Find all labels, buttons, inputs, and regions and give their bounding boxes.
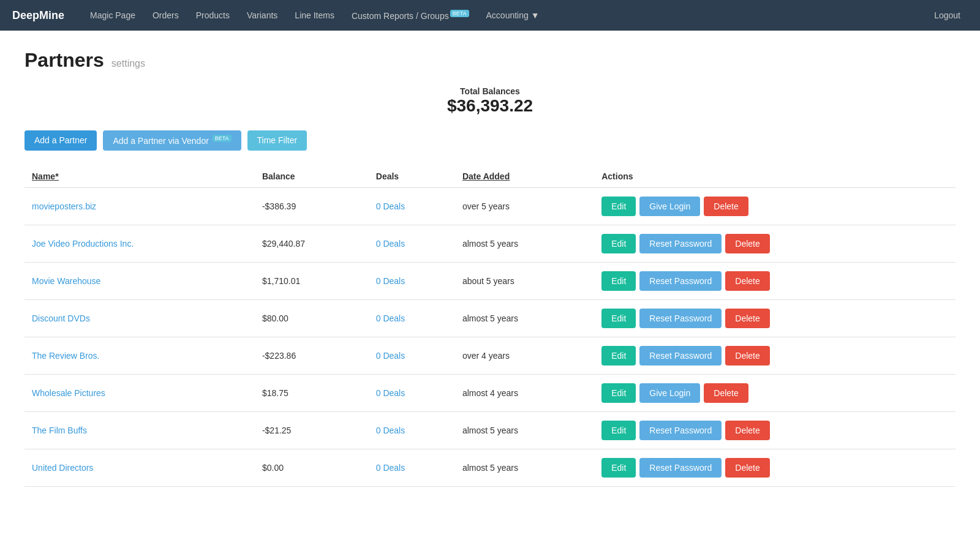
- partner-date-added: almost 5 years: [455, 411, 594, 449]
- partner-name-link[interactable]: Discount DVDs: [32, 313, 90, 323]
- delete-button[interactable]: Delete: [725, 346, 769, 365]
- partner-actions: EditGive LoginDelete: [594, 374, 956, 411]
- partner-balance: $1,710.01: [255, 262, 369, 299]
- reset-password-button[interactable]: Reset Password: [639, 234, 722, 253]
- col-header-name: Name*: [24, 165, 255, 188]
- partner-balance: $18.75: [255, 374, 369, 411]
- partner-actions: EditReset PasswordDelete: [594, 299, 956, 337]
- partner-balance: $0.00: [255, 449, 369, 486]
- edit-button[interactable]: Edit: [601, 234, 636, 253]
- table-row: Discount DVDs$80.000 Dealsalmost 5 years…: [24, 299, 956, 337]
- partner-name-link[interactable]: Movie Warehouse: [32, 276, 100, 286]
- reset-password-button[interactable]: Reset Password: [639, 458, 722, 478]
- partner-date-added: almost 5 years: [455, 225, 594, 262]
- page-header: Partners settings: [24, 49, 956, 72]
- reset-password-button[interactable]: Reset Password: [639, 309, 722, 328]
- add-partner-vendor-button[interactable]: Add a Partner via Vendor BETA: [103, 130, 241, 151]
- table-row: Movie Warehouse$1,710.010 Dealsabout 5 y…: [24, 262, 956, 299]
- partner-date-added: over 5 years: [455, 187, 594, 225]
- delete-button[interactable]: Delete: [725, 309, 769, 328]
- partner-deals-link[interactable]: 0 Deals: [376, 388, 405, 398]
- table-row: United Directors$0.000 Dealsalmost 5 yea…: [24, 449, 956, 486]
- partner-balance: -$223.86: [255, 337, 369, 374]
- table-row: Joe Video Productions Inc.$29,440.870 De…: [24, 225, 956, 262]
- table-body: movieposters.biz-$386.390 Dealsover 5 ye…: [24, 187, 956, 486]
- edit-button[interactable]: Edit: [601, 346, 636, 365]
- nav-accounting[interactable]: Accounting ▼: [479, 7, 547, 24]
- table-row: movieposters.biz-$386.390 Dealsover 5 ye…: [24, 187, 956, 225]
- edit-button[interactable]: Edit: [601, 271, 636, 291]
- time-filter-button[interactable]: Time Filter: [247, 130, 307, 151]
- partner-actions: EditReset PasswordDelete: [594, 262, 956, 299]
- chevron-down-icon: ▼: [531, 10, 540, 20]
- partner-deals-link[interactable]: 0 Deals: [376, 201, 405, 211]
- give-login-button[interactable]: Give Login: [639, 197, 700, 216]
- main-content: Partners settings Total Balances $36,393…: [0, 31, 980, 505]
- reset-password-button[interactable]: Reset Password: [639, 271, 722, 291]
- delete-button[interactable]: Delete: [725, 421, 769, 440]
- partner-actions: EditReset PasswordDelete: [594, 337, 956, 374]
- partner-balance: $29,440.87: [255, 225, 369, 262]
- partners-table: Name* Balance Deals Date Added Actions m…: [24, 165, 956, 487]
- table-row: The Review Bros.-$223.860 Dealsover 4 ye…: [24, 337, 956, 374]
- logout-button[interactable]: Logout: [927, 7, 968, 24]
- partner-deals-link[interactable]: 0 Deals: [376, 425, 405, 435]
- nav-orders[interactable]: Orders: [145, 7, 186, 24]
- delete-button[interactable]: Delete: [725, 234, 769, 253]
- partner-date-added: over 4 years: [455, 337, 594, 374]
- page-title: Partners: [24, 49, 104, 72]
- partner-name-link[interactable]: The Review Bros.: [32, 351, 99, 361]
- delete-button[interactable]: Delete: [704, 383, 748, 403]
- reset-password-button[interactable]: Reset Password: [639, 346, 722, 365]
- nav-custom-reports[interactable]: Custom Reports / GroupsBETA: [344, 7, 477, 24]
- total-balances-amount: $36,393.22: [24, 96, 956, 116]
- partner-name-link[interactable]: movieposters.biz: [32, 201, 96, 211]
- partner-balance: -$386.39: [255, 187, 369, 225]
- partner-deals-link[interactable]: 0 Deals: [376, 351, 405, 361]
- beta-badge: BETA: [450, 10, 469, 17]
- nav-variants[interactable]: Variants: [239, 7, 285, 24]
- col-header-deals: Deals: [369, 165, 455, 188]
- partner-deals-link[interactable]: 0 Deals: [376, 313, 405, 323]
- partner-actions: EditReset PasswordDelete: [594, 449, 956, 486]
- give-login-button[interactable]: Give Login: [639, 383, 700, 403]
- edit-button[interactable]: Edit: [601, 309, 636, 328]
- partner-actions: EditGive LoginDelete: [594, 187, 956, 225]
- partner-balance: -$21.25: [255, 411, 369, 449]
- partner-name-link[interactable]: The Film Buffs: [32, 425, 87, 435]
- partner-actions: EditReset PasswordDelete: [594, 225, 956, 262]
- delete-button[interactable]: Delete: [725, 271, 769, 291]
- col-header-date-added: Date Added: [455, 165, 594, 188]
- edit-button[interactable]: Edit: [601, 421, 636, 440]
- partner-date-added: almost 5 years: [455, 299, 594, 337]
- partner-date-added: almost 4 years: [455, 374, 594, 411]
- table-row: The Film Buffs-$21.250 Dealsalmost 5 yea…: [24, 411, 956, 449]
- navbar: DeepMine Magic Page Orders Products Vari…: [0, 0, 980, 31]
- nav-products[interactable]: Products: [189, 7, 237, 24]
- partner-deals-link[interactable]: 0 Deals: [376, 239, 405, 249]
- partner-name-link[interactable]: Wholesale Pictures: [32, 388, 105, 398]
- total-balances-label: Total Balances: [24, 86, 956, 96]
- action-bar: Add a Partner Add a Partner via Vendor B…: [24, 130, 956, 151]
- nav-magic-page[interactable]: Magic Page: [83, 7, 143, 24]
- edit-button[interactable]: Edit: [601, 197, 636, 216]
- partner-deals-link[interactable]: 0 Deals: [376, 276, 405, 286]
- page-subtitle: settings: [111, 58, 145, 69]
- partner-actions: EditReset PasswordDelete: [594, 411, 956, 449]
- partner-date-added: about 5 years: [455, 262, 594, 299]
- partner-deals-link[interactable]: 0 Deals: [376, 463, 405, 473]
- col-header-actions: Actions: [594, 165, 956, 188]
- add-partner-button[interactable]: Add a Partner: [24, 130, 97, 151]
- delete-button[interactable]: Delete: [704, 197, 748, 216]
- partner-name-link[interactable]: United Directors: [32, 463, 93, 473]
- reset-password-button[interactable]: Reset Password: [639, 421, 722, 440]
- partner-name-link[interactable]: Joe Video Productions Inc.: [32, 239, 134, 249]
- total-balances-section: Total Balances $36,393.22: [24, 86, 956, 116]
- delete-button[interactable]: Delete: [725, 458, 769, 478]
- brand-logo[interactable]: DeepMine: [12, 9, 64, 22]
- edit-button[interactable]: Edit: [601, 383, 636, 403]
- edit-button[interactable]: Edit: [601, 458, 636, 478]
- vendor-beta-badge: BETA: [213, 135, 232, 142]
- table-header: Name* Balance Deals Date Added Actions: [24, 165, 956, 188]
- nav-line-items[interactable]: Line Items: [287, 7, 342, 24]
